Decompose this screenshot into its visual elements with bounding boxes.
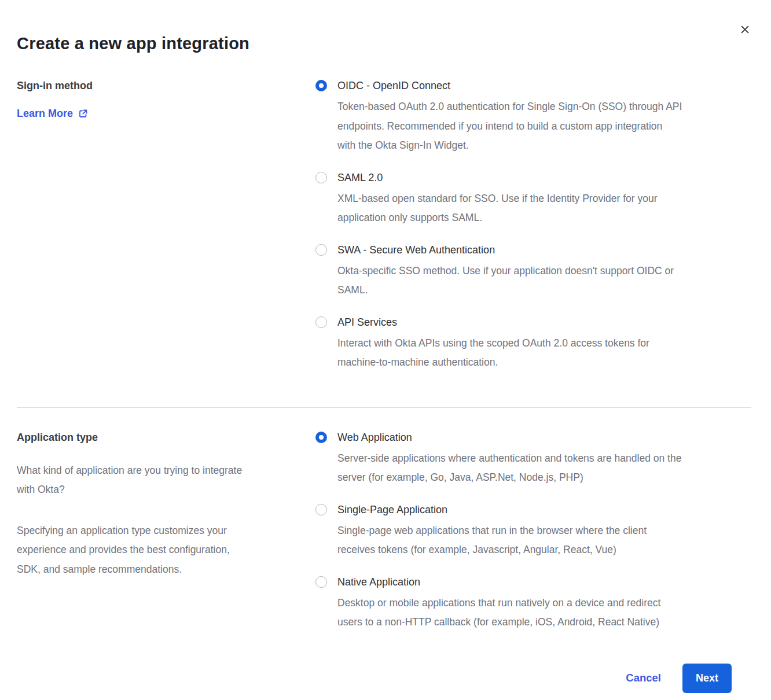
radio-single-page-application[interactable] <box>315 504 327 515</box>
apptype-option-web: Web Application Server-side applications… <box>315 430 751 488</box>
signin-option-oidc-description: Token-based OAuth 2.0 authentication for… <box>337 97 682 156</box>
signin-option-saml-label[interactable]: SAML 2.0 <box>337 171 658 185</box>
learn-more-link[interactable]: Learn More <box>17 108 88 120</box>
radio-api-services[interactable] <box>315 316 327 328</box>
signin-option-api-services: API Services Interact with Okta APIs usi… <box>315 315 751 373</box>
external-link-icon <box>78 109 88 119</box>
create-app-integration-dialog: Create a new app integration Sign-in met… <box>0 0 771 700</box>
signin-option-swa-description: Okta-specific SSO method. Use if your ap… <box>337 261 674 300</box>
radio-web-application[interactable] <box>315 432 327 443</box>
dialog-title: Create a new app integration <box>17 0 751 53</box>
application-type-section: Application type What kind of applicatio… <box>17 430 751 632</box>
apptype-option-web-label[interactable]: Web Application <box>337 430 681 445</box>
signin-option-api-services-description: Interact with Okta APIs using the scoped… <box>337 334 649 373</box>
signin-option-saml: SAML 2.0 XML-based open standard for SSO… <box>315 171 751 228</box>
signin-option-api-services-label[interactable]: API Services <box>337 315 649 330</box>
learn-more-label: Learn More <box>17 108 73 120</box>
signin-method-section: Sign-in method Learn More <box>17 79 751 373</box>
application-type-question: What kind of application are you trying … <box>17 461 292 500</box>
dialog-footer: Cancel Next <box>17 664 751 693</box>
application-type-help-text: Specifying an application type customize… <box>17 521 292 580</box>
next-button[interactable]: Next <box>682 664 732 693</box>
signin-option-swa-label[interactable]: SWA - Secure Web Authentication <box>337 243 674 257</box>
radio-oidc[interactable] <box>315 80 327 91</box>
signin-option-swa: SWA - Secure Web Authentication Okta-spe… <box>315 243 751 300</box>
application-type-label: Application type <box>17 430 292 444</box>
signin-option-saml-description: XML-based open standard for SSO. Use if … <box>337 189 658 228</box>
close-icon[interactable] <box>739 23 751 36</box>
radio-native-application[interactable] <box>315 576 327 588</box>
apptype-option-native-label[interactable]: Native Application <box>337 575 660 590</box>
apptype-option-web-description: Server-side applications where authentic… <box>337 449 681 488</box>
apptype-option-native-description: Desktop or mobile applications that run … <box>337 594 660 632</box>
signin-option-oidc: OIDC - OpenID Connect Token-based OAuth … <box>315 79 751 156</box>
signin-method-label: Sign-in method <box>17 79 292 93</box>
radio-saml[interactable] <box>315 172 327 183</box>
cancel-button[interactable]: Cancel <box>626 672 661 684</box>
apptype-option-native: Native Application Desktop or mobile app… <box>315 575 751 632</box>
apptype-option-spa-label[interactable]: Single-Page Application <box>337 503 647 517</box>
radio-swa[interactable] <box>315 244 327 256</box>
apptype-option-spa: Single-Page Application Single-page web … <box>315 503 751 560</box>
section-divider <box>17 407 751 408</box>
signin-option-oidc-label[interactable]: OIDC - OpenID Connect <box>337 79 682 93</box>
apptype-option-spa-description: Single-page web applications that run in… <box>337 521 647 560</box>
